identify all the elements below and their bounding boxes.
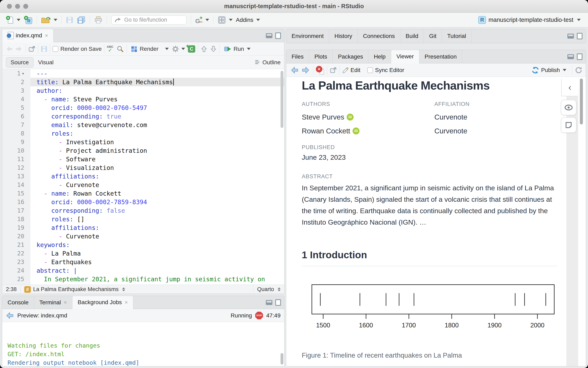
annotation-button[interactable]	[561, 117, 576, 133]
collapse-sidebar-button[interactable]: ‹	[561, 79, 578, 96]
gear-caret-icon[interactable]	[181, 48, 185, 50]
code-line-19[interactable]: 19 affiliations:	[2, 223, 284, 232]
minimize-pane-icon[interactable]	[567, 34, 574, 38]
tab-packages[interactable]: Packages	[332, 50, 368, 63]
publish-button[interactable]: Publish	[541, 67, 560, 74]
save-all-button[interactable]	[75, 15, 87, 25]
render-on-save-checkbox[interactable]	[53, 46, 58, 52]
code-line-6[interactable]: 6 corresponding: true	[2, 112, 284, 120]
save-icon[interactable]	[41, 46, 47, 52]
visibility-button[interactable]	[561, 100, 576, 115]
viewer-forward-icon[interactable]	[301, 66, 310, 74]
run-previous-icon[interactable]	[200, 45, 208, 53]
tab-background-jobs[interactable]: Background Jobs×	[73, 296, 133, 309]
code-line-15[interactable]: 15 - name: Rowan Cockett	[2, 189, 284, 198]
viewer-popout-icon[interactable]	[330, 67, 337, 74]
code-line-3[interactable]: 3author:	[2, 86, 284, 95]
code-line-20[interactable]: 20 - Curvenote	[2, 232, 284, 240]
minimize-pane-icon[interactable]	[266, 33, 272, 38]
popout-icon[interactable]	[28, 46, 36, 52]
refresh-icon[interactable]	[575, 66, 582, 74]
tab-index-qmd[interactable]: index.qmd ×	[2, 29, 54, 42]
code-line-wrap[interactable]: the island of La Palma (Canary Islands, …	[2, 283, 284, 285]
code-line-13[interactable]: 13 affiliations:	[2, 172, 284, 181]
tab-presentation[interactable]: Presentation	[419, 50, 462, 63]
scope-selector[interactable]: # La Palma Earthquake Mechanisms	[21, 285, 129, 294]
open-file-button[interactable]	[39, 15, 59, 25]
render-caret-icon[interactable]	[165, 48, 169, 50]
code-editor[interactable]: 1▾---2title: La Palma Earthquake Mechani…	[2, 69, 284, 285]
tab-console[interactable]: Console	[2, 296, 34, 309]
edit-pencil-icon[interactable]	[342, 66, 349, 74]
code-line-18[interactable]: 18 roles: []	[2, 215, 284, 223]
tab-tutorial[interactable]: Tutorial	[442, 29, 471, 43]
tab-history[interactable]: History	[329, 29, 358, 43]
code-line-8[interactable]: 8 roles:	[2, 129, 284, 138]
code-line-4[interactable]: 4 - name: Steve Purves	[2, 95, 284, 103]
job-back-icon[interactable]	[6, 312, 14, 319]
viewer-back-icon[interactable]	[291, 66, 299, 74]
source-mode-button[interactable]: Source	[6, 57, 33, 67]
code-line-24[interactable]: 24abstract: |	[2, 266, 284, 275]
save-button[interactable]	[64, 15, 75, 25]
orcid-icon[interactable]: iD	[353, 128, 359, 134]
editor-scrollbar[interactable]	[281, 71, 283, 128]
tab-help[interactable]: Help	[368, 50, 391, 63]
tab-files[interactable]: Files	[286, 50, 309, 63]
minimize-pane-icon[interactable]	[567, 54, 574, 59]
code-line-11[interactable]: 11 - Software	[2, 155, 284, 163]
console-scrollbar[interactable]	[281, 353, 283, 365]
edit-label[interactable]: Edit	[350, 67, 360, 74]
code-line-2[interactable]: 2title: La Palma Earthquake Mechanisms	[2, 78, 284, 86]
outline-button[interactable]: Outline	[262, 59, 281, 66]
print-button[interactable]	[92, 15, 104, 25]
sync-editor-checkbox[interactable]	[367, 67, 373, 73]
code-line-12[interactable]: 12 - Visualization	[2, 163, 284, 172]
job-output[interactable]: Watching files for changesGET: /index.ht…	[2, 322, 284, 366]
code-line-23[interactable]: 23 - Earthquakes	[2, 258, 284, 266]
new-file-button[interactable]	[4, 14, 22, 26]
code-line-14[interactable]: 14 - Curvenote	[2, 181, 284, 189]
maximize-pane-icon[interactable]	[275, 32, 281, 39]
addins-button[interactable]: Addins	[234, 16, 262, 25]
code-line-22[interactable]: 22 - La Palma	[2, 249, 284, 258]
forward-icon[interactable]	[15, 46, 22, 52]
tab-viewer[interactable]: Viewer	[391, 50, 419, 64]
back-icon[interactable]	[6, 46, 13, 52]
goto-file-search[interactable]	[111, 16, 186, 25]
close-tab-icon[interactable]: ×	[125, 299, 128, 306]
search-icon[interactable]	[116, 45, 124, 53]
file-type-selector[interactable]: Quarto	[253, 285, 284, 294]
project-menu-button[interactable]: R manuscript-template-rstudio-test	[478, 16, 581, 24]
code-line-17[interactable]: 17 corresponding: false	[2, 206, 284, 215]
tab-terminal[interactable]: Terminal×	[34, 296, 73, 309]
publish-caret-icon[interactable]	[563, 69, 566, 71]
version-control-button[interactable]: +−G	[194, 14, 211, 26]
code-line-10[interactable]: 10 - Project administration	[2, 146, 284, 155]
viewer-scrollbar[interactable]	[580, 79, 583, 124]
code-line-9[interactable]: 9 - Investigation	[2, 138, 284, 146]
tab-build[interactable]: Build	[400, 29, 424, 43]
run-button[interactable]: Run	[222, 45, 252, 54]
code-line-25[interactable]: 25 In September 2021, a significant jump…	[2, 275, 284, 283]
tab-connections[interactable]: Connections	[358, 29, 400, 43]
insert-chunk-icon[interactable]: C	[188, 45, 195, 53]
visual-mode-button[interactable]: Visual	[33, 57, 58, 67]
stop-job-icon[interactable]: STOP	[255, 312, 263, 320]
maximize-pane-icon[interactable]	[577, 33, 582, 39]
gear-icon[interactable]	[172, 45, 179, 53]
close-tab-icon[interactable]: ×	[45, 32, 48, 39]
orcid-icon[interactable]: iD	[347, 114, 354, 120]
new-project-button[interactable]: R	[22, 14, 34, 26]
code-line-16[interactable]: 16 orcid: 0000-0002-7859-8394	[2, 198, 284, 206]
spellcheck-icon[interactable]: ABC✓	[107, 45, 113, 53]
render-button[interactable]: Render	[129, 45, 160, 54]
close-tab-icon[interactable]: ×	[64, 299, 67, 306]
maximize-pane-icon[interactable]	[275, 299, 281, 306]
fold-caret-icon[interactable]: ▾	[22, 71, 24, 76]
maximize-pane-icon[interactable]	[577, 54, 582, 60]
tab-plots[interactable]: Plots	[309, 50, 332, 63]
code-line-5[interactable]: 5 orcid: 0000-0002-0760-5497	[2, 103, 284, 112]
minimize-pane-icon[interactable]	[266, 300, 272, 305]
code-line-7[interactable]: 7 email: steve@curvenote.com	[2, 120, 284, 129]
